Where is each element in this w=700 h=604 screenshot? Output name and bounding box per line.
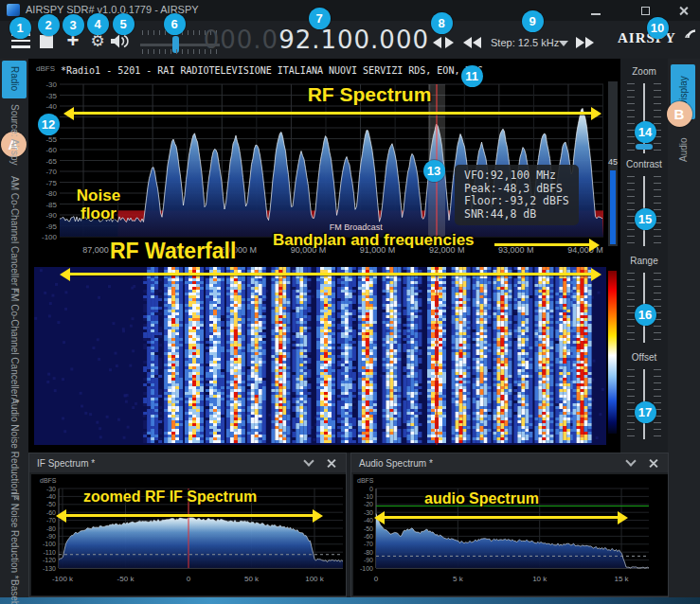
left-tab-source-airspy[interactable]: Source: Airspy <box>2 98 27 167</box>
svg-text:-95: -95 <box>45 222 57 231</box>
collapse-chevron-icon[interactable] <box>303 455 314 466</box>
menu-bar <box>11 40 30 43</box>
tooltip-peak: Peak:-48,3 dBFS <box>464 183 569 196</box>
left-tab-fm-co-channel-canceller[interactable]: FM Co-Channel Canceller * <box>2 282 27 388</box>
zoom-slider-thumb[interactable] <box>636 144 653 150</box>
step-size-label[interactable]: Step: 12.5 kHz <box>491 37 559 48</box>
svg-text:dBFS: dBFS <box>357 477 374 484</box>
svg-text:-50 k: -50 k <box>117 575 135 583</box>
tooltip-floor: Floor:-93,2 dBFS <box>464 195 569 208</box>
tooltip-snr: SNR:44,8 dB <box>464 208 569 222</box>
svg-text:-80: -80 <box>46 525 56 532</box>
vfo-tooltip: VFO:92,100 MHz Peak:-48,3 dBFS Floor:-93… <box>455 165 579 225</box>
frequency-leading-zeros: 000.0 <box>204 26 278 54</box>
collapse-chevron-icon[interactable] <box>625 455 636 466</box>
slider-ticks <box>654 273 661 343</box>
snr-meter-fill <box>610 170 616 244</box>
svg-text:0: 0 <box>187 575 191 583</box>
maximize-button[interactable] <box>633 3 657 19</box>
rewind-icon <box>463 37 472 48</box>
step-forward-button[interactable] <box>576 37 594 48</box>
menu-bar <box>11 45 30 48</box>
callout-3: 3 <box>63 14 84 36</box>
frequency-display[interactable]: 000.092.100.000 <box>225 24 429 56</box>
stop-button[interactable] <box>40 35 53 48</box>
frequency-value: 92.100.000 <box>278 26 429 54</box>
if-panel-header[interactable]: IF Spectrum * <box>29 453 346 472</box>
svg-text:-30: -30 <box>46 486 56 492</box>
tab-audio[interactable]: Audio <box>671 129 695 170</box>
svg-text:-10: -10 <box>364 493 373 500</box>
speaker-icon[interactable] <box>110 33 129 49</box>
left-tab-if-noise-reduction[interactable]: IF Noise Reduction * <box>2 487 27 570</box>
annotation-noise-floor: Noise floor <box>59 187 138 222</box>
slider-ticks <box>627 273 635 343</box>
svg-text:-35: -35 <box>45 92 57 100</box>
svg-text:-50: -50 <box>46 501 56 507</box>
annotation-arrow-0 <box>66 112 599 115</box>
left-tab-baseband-n[interactable]: Baseband N <box>2 574 27 600</box>
svg-text:15 k: 15 k <box>614 575 629 583</box>
rf-dbfs-unit: dBFS <box>36 64 55 73</box>
close-icon[interactable] <box>326 458 336 469</box>
forward-icon <box>576 37 584 48</box>
svg-text:0: 0 <box>369 486 373 492</box>
svg-text:-65: -65 <box>45 157 57 166</box>
svg-text:93,000 M: 93,000 M <box>498 245 534 255</box>
svg-text:-100: -100 <box>360 565 373 572</box>
svg-text:-80: -80 <box>364 549 373 556</box>
arrowhead-right <box>618 511 635 524</box>
slider-ticks <box>654 176 661 246</box>
callout-7: 7 <box>309 8 331 29</box>
close-icon <box>678 6 689 16</box>
callout-2: 2 <box>38 14 60 36</box>
minimize-button[interactable] <box>583 3 608 19</box>
slider-ticks <box>654 83 661 153</box>
left-tab-audio-noise-reduction[interactable]: Audio Noise Reduction * <box>2 392 27 483</box>
callout-4: 4 <box>87 13 109 35</box>
annotation-arrow-3 <box>59 514 320 517</box>
audio-panel-title: Audio Spectrum * <box>351 458 627 469</box>
snr-meter-value: 45 <box>605 157 620 167</box>
close-button[interactable] <box>671 3 695 19</box>
callout-12: 12 <box>38 114 60 135</box>
svg-text:-100: -100 <box>43 541 56 547</box>
tune-down-button[interactable] <box>433 37 441 48</box>
tune-up-button[interactable] <box>445 37 454 48</box>
close-icon[interactable] <box>648 458 658 469</box>
rf-waterfall[interactable] <box>28 265 620 447</box>
svg-text:-110: -110 <box>44 549 57 556</box>
arrowhead-left <box>368 511 385 524</box>
svg-text:0: 0 <box>374 575 379 583</box>
svg-text:-40: -40 <box>45 102 57 111</box>
rewind-icon <box>473 37 481 48</box>
callout-9: 9 <box>522 10 544 32</box>
callout-1: 1 <box>9 17 31 39</box>
svg-text:-90: -90 <box>364 557 373 563</box>
svg-text:-80: -80 <box>45 189 57 198</box>
audio-panel-header[interactable]: Audio Spectrum * <box>351 453 668 472</box>
left-tab-radio[interactable]: Radio <box>2 61 27 98</box>
callout-15: 15 <box>635 208 656 230</box>
speaker-svg <box>110 33 129 49</box>
left-tab-am-co-channel-canceller[interactable]: AM Co-Channel Canceller * <box>2 170 27 278</box>
callout-5: 5 <box>113 13 135 35</box>
svg-text:-75: -75 <box>45 179 57 187</box>
svg-text:-60: -60 <box>45 146 57 154</box>
svg-text:100 k: 100 k <box>305 575 325 583</box>
slider-ticks <box>654 369 661 439</box>
arrowhead-right <box>313 509 330 523</box>
arrowhead-right <box>589 239 606 252</box>
chevron-down-icon[interactable] <box>559 41 568 46</box>
svg-text:-55: -55 <box>45 135 57 144</box>
annotation-rf-waterfall: RF Waterfall <box>110 239 236 264</box>
annotation-arrow-2 <box>63 273 599 275</box>
svg-text:-40: -40 <box>46 493 56 500</box>
zoom-slider[interactable] <box>627 83 661 153</box>
svg-text:dBFS: dBFS <box>40 477 57 484</box>
arrowhead-left <box>49 509 66 523</box>
callout-11: 11 <box>461 65 483 87</box>
annotation-rf-spectrum: RF Spectrum <box>256 83 483 106</box>
step-back-button[interactable] <box>463 37 481 48</box>
annotation-arrow-4 <box>377 516 625 519</box>
